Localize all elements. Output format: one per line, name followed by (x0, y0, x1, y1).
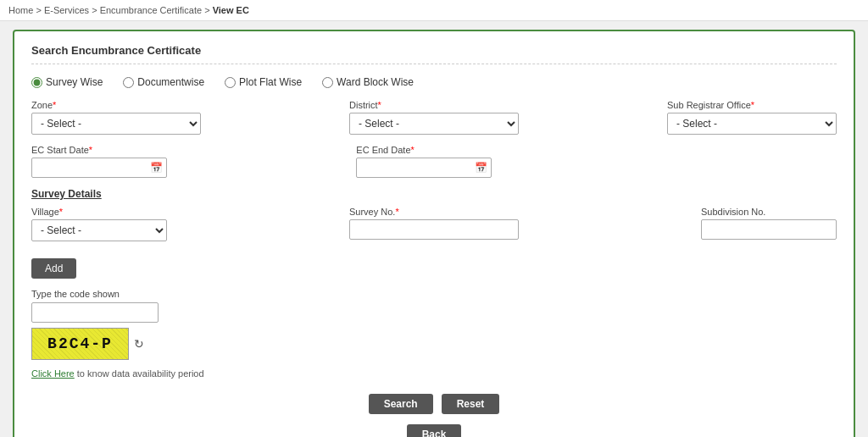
ec-end-date-label: EC End Date* (356, 145, 492, 155)
ec-start-date-group: EC Start Date* 📅 (31, 145, 167, 178)
back-button[interactable]: Back (407, 424, 462, 437)
captcha-input[interactable] (31, 302, 159, 323)
add-button[interactable]: Add (31, 258, 76, 279)
availability-info: Click Here to know data availability per… (31, 368, 837, 379)
click-here-link[interactable]: Click Here (31, 368, 75, 379)
radio-plot-flat-wise-label: Plot Flat Wise (239, 76, 302, 88)
breadcrumb-ec[interactable]: Encumbrance Certificate (100, 5, 202, 15)
breadcrumb-home[interactable]: Home (8, 5, 33, 15)
panel-title: Search Encumbrance Certificate (31, 44, 837, 64)
subdivision-label: Subdivision No. (701, 207, 837, 217)
district-label: District* (349, 100, 519, 110)
sro-select[interactable]: - Select - (667, 113, 837, 135)
district-select[interactable]: - Select - (349, 113, 519, 135)
ec-start-date-label: EC Start Date* (31, 145, 167, 155)
main-container: Search Encumbrance Certificate Survey Wi… (0, 21, 868, 437)
radio-survey-wise[interactable]: Survey Wise (31, 76, 103, 88)
survey-no-input[interactable] (349, 219, 519, 240)
captcha-image-wrapper: B2C4-P ↻ (31, 328, 837, 360)
ec-end-date-wrapper: 📅 (356, 158, 492, 178)
captcha-refresh-icon[interactable]: ↻ (134, 337, 144, 351)
date-row: EC Start Date* 📅 EC End Date* 📅 (31, 145, 837, 178)
captcha-section: Type the code shown B2C4-P ↻ (31, 289, 837, 360)
zone-label: Zone* (31, 100, 201, 110)
captcha-image: B2C4-P (31, 328, 129, 360)
ec-end-date-input[interactable] (356, 158, 492, 178)
district-group: District* - Select - (349, 100, 519, 135)
survey-no-group: Survey No.* (349, 207, 519, 241)
radio-plot-flat-wise[interactable]: Plot Flat Wise (225, 76, 302, 88)
sro-label: Sub Registrar Office* (667, 100, 837, 110)
breadcrumb-eservices[interactable]: E-Services (44, 5, 89, 15)
survey-no-label: Survey No.* (349, 207, 519, 217)
radio-documentwise-label: Documentwise (137, 76, 204, 88)
availability-suffix: to know data availability period (77, 368, 204, 379)
village-label: Village* (31, 207, 167, 217)
captcha-label: Type the code shown (31, 289, 837, 299)
subdivision-group: Subdivision No. (701, 207, 837, 241)
ec-start-date-wrapper: 📅 (31, 158, 167, 178)
village-group: Village* - Select - (31, 207, 167, 241)
zone-district-sro-row: Zone* - Select - District* - Select - Su… (31, 100, 837, 135)
action-buttons: Search Reset (31, 394, 837, 414)
survey-fields-row: Village* - Select - Survey No.* Subdivis… (31, 207, 837, 241)
village-select[interactable]: - Select - (31, 219, 167, 241)
ec-end-date-group: EC End Date* 📅 (356, 145, 492, 178)
radio-survey-wise-label: Survey Wise (46, 76, 103, 88)
radio-ward-block-wise[interactable]: Ward Block Wise (322, 76, 414, 88)
radio-documentwise[interactable]: Documentwise (123, 76, 204, 88)
breadcrumb-current: View EC (213, 5, 249, 15)
zone-group: Zone* - Select - (31, 100, 201, 135)
back-row: Back (31, 424, 837, 437)
survey-details-title: Survey Details (31, 188, 837, 200)
search-panel: Search Encumbrance Certificate Survey Wi… (13, 30, 855, 437)
reset-button[interactable]: Reset (442, 394, 500, 414)
search-type-radio-group: Survey Wise Documentwise Plot Flat Wise … (31, 76, 837, 88)
breadcrumb: Home > E-Services > Encumbrance Certific… (0, 0, 868, 21)
zone-select[interactable]: - Select - (31, 113, 201, 135)
radio-ward-block-wise-label: Ward Block Wise (337, 76, 414, 88)
ec-start-date-input[interactable] (31, 158, 167, 178)
search-button[interactable]: Search (369, 394, 433, 414)
sro-group: Sub Registrar Office* - Select - (667, 100, 837, 135)
subdivision-input[interactable] (701, 219, 837, 240)
